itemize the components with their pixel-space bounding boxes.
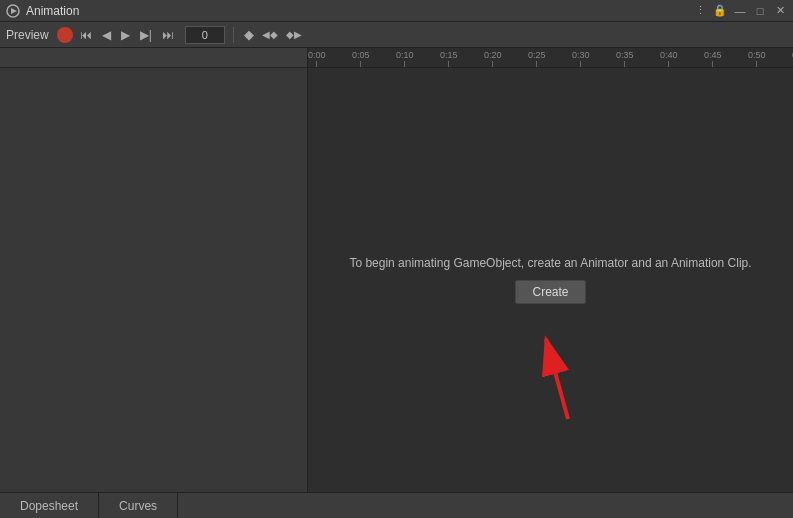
create-prompt: To begin animating GameObject, create an… bbox=[349, 256, 751, 304]
ruler-tick: 0:45 bbox=[704, 51, 722, 67]
animation-icon bbox=[6, 4, 20, 18]
right-panel: To begin animating GameObject, create an… bbox=[308, 68, 793, 492]
keyframe-next-button[interactable]: ◆▶ bbox=[284, 27, 304, 42]
ruler-marks: 0:000:050:100:150:200:250:300:350:400:45… bbox=[308, 48, 793, 67]
close-btn[interactable]: ✕ bbox=[773, 4, 787, 18]
preview-label: Preview bbox=[6, 28, 49, 42]
ruler-tick: 0:05 bbox=[352, 51, 370, 67]
go-to-start-button[interactable]: ⏮ bbox=[77, 26, 95, 44]
prev-frame-button[interactable]: ◀ bbox=[99, 26, 114, 44]
next-frame-button[interactable]: ▶| bbox=[137, 26, 155, 44]
timeline-ruler: 0:000:050:100:150:200:250:300:350:400:45… bbox=[308, 48, 793, 67]
svg-marker-1 bbox=[11, 8, 17, 14]
ruler-tick: 0:00 bbox=[308, 51, 326, 67]
svg-line-3 bbox=[546, 339, 568, 419]
menu-icon[interactable]: ⋮ bbox=[693, 4, 707, 18]
lock-icon[interactable]: 🔒 bbox=[713, 4, 727, 18]
timeline-left-pad bbox=[0, 48, 308, 67]
minimize-btn[interactable]: — bbox=[733, 4, 747, 18]
left-panel bbox=[0, 68, 308, 492]
frame-number-input[interactable] bbox=[185, 26, 225, 44]
title-bar: Animation ⋮ 🔒 — □ ✕ bbox=[0, 0, 793, 22]
toolbar: Preview ⏮ ◀ ▶ ▶| ⏭ ◆ ◀◆ ◆▶ bbox=[0, 22, 793, 48]
ruler-tick: 0:15 bbox=[440, 51, 458, 67]
title-bar-left: Animation bbox=[6, 4, 79, 18]
title-bar-right: ⋮ 🔒 — □ ✕ bbox=[693, 4, 787, 18]
record-button[interactable] bbox=[57, 27, 73, 43]
ruler-tick: 0:40 bbox=[660, 51, 678, 67]
prompt-text: To begin animating GameObject, create an… bbox=[349, 256, 751, 270]
go-to-end-button[interactable]: ⏭ bbox=[159, 26, 177, 44]
keyframe-add-button[interactable]: ◆ bbox=[242, 25, 256, 44]
window-title: Animation bbox=[26, 4, 79, 18]
ruler-tick: 0:20 bbox=[484, 51, 502, 67]
ruler-tick: 0:10 bbox=[396, 51, 414, 67]
ruler-tick: 0:30 bbox=[572, 51, 590, 67]
maximize-btn[interactable]: □ bbox=[753, 4, 767, 18]
timeline-header: 0:000:050:100:150:200:250:300:350:400:45… bbox=[0, 48, 793, 68]
bottom-tabs: Dopesheet Curves bbox=[0, 492, 793, 518]
ruler-tick: 0:25 bbox=[528, 51, 546, 67]
play-button[interactable]: ▶ bbox=[118, 26, 133, 44]
ruler-tick: 0:50 bbox=[748, 51, 766, 67]
arrow-container bbox=[518, 319, 598, 432]
ruler-tick: 0:35 bbox=[616, 51, 634, 67]
main-area: To begin animating GameObject, create an… bbox=[0, 68, 793, 492]
toolbar-divider bbox=[233, 27, 234, 43]
arrow-icon bbox=[518, 319, 598, 429]
keyframe-prev-button[interactable]: ◀◆ bbox=[260, 27, 280, 42]
tab-dopesheet[interactable]: Dopesheet bbox=[0, 493, 99, 518]
create-button[interactable]: Create bbox=[515, 280, 585, 304]
tab-curves[interactable]: Curves bbox=[99, 493, 178, 518]
